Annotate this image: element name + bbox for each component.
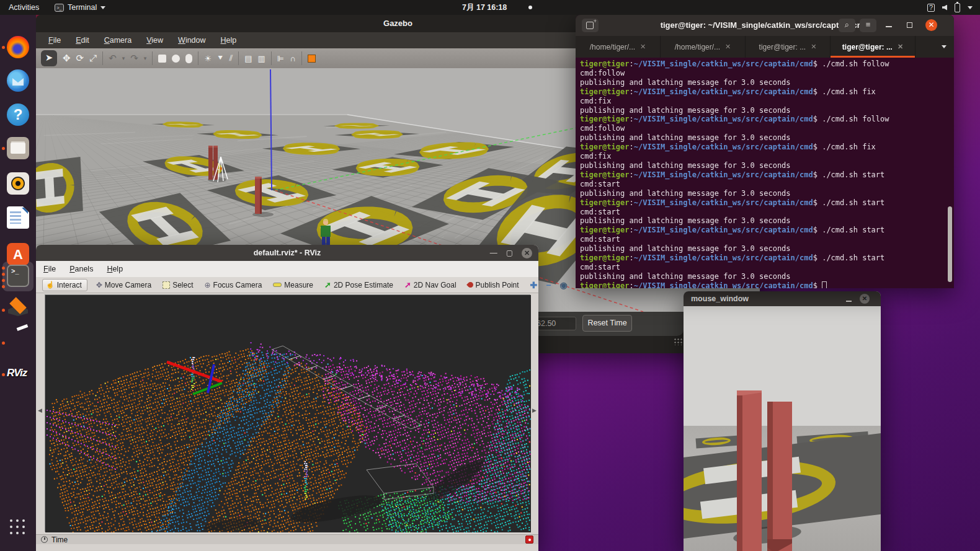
running-dot — [2, 147, 5, 150]
running-dot — [2, 285, 5, 288]
dock: ? A >_ RViz — [0, 15, 36, 551]
dock-item-rviz[interactable]: RViz — [7, 367, 29, 389]
undo-button[interactable]: ↶ — [109, 53, 117, 64]
nav-goal-tool[interactable]: ➚2D Nav Goal — [404, 280, 457, 289]
running-dot — [2, 309, 5, 312]
rviz-titlebar[interactable]: default.rviz* - RViz — [36, 245, 538, 261]
snap-tool[interactable]: ∩ — [290, 54, 295, 63]
mouse-window-titlebar[interactable]: mouse_window — [684, 291, 881, 306]
terminal-tab[interactable]: /home/tiger/...✕ — [661, 36, 746, 58]
publish-point-tool[interactable]: Publish Point — [468, 281, 519, 289]
select-tool[interactable]: ➤ — [41, 50, 57, 66]
rviz-3d-viewport[interactable] — [45, 294, 530, 532]
tab-close-icon[interactable]: ✕ — [811, 43, 816, 51]
menu-help[interactable]: Help — [107, 265, 123, 273]
resize-grip[interactable] — [674, 338, 682, 345]
select-tool[interactable]: Select — [163, 281, 193, 289]
pose-estimate-tool[interactable]: ➚2D Pose Estimate — [324, 280, 393, 289]
align-tool[interactable]: ⊫ — [277, 54, 284, 63]
measure-tool[interactable]: Measure — [273, 281, 313, 289]
menu-file[interactable]: File — [48, 36, 61, 45]
paste-button[interactable]: ▥ — [258, 54, 265, 63]
directional-light-tool[interactable]: ⫽ — [229, 53, 233, 63]
interact-tool[interactable]: ☝Interact — [42, 279, 87, 291]
remove-tool-button[interactable]: − — [546, 280, 551, 290]
dock-item-libreoffice[interactable] — [7, 206, 29, 229]
running-dot — [2, 273, 5, 276]
dock-item-terminal[interactable]: >_ — [7, 265, 29, 287]
time-panel-close[interactable] — [525, 536, 533, 544]
red-pillar — [737, 390, 762, 551]
point-light-tool[interactable]: ☀ — [204, 54, 212, 63]
search-button[interactable]: ⌕ — [839, 19, 855, 32]
dock-item-rhythmbox[interactable] — [7, 172, 29, 195]
menu-help[interactable]: Help — [221, 36, 237, 45]
focus-camera-tool[interactable]: ⊕Focus Camera — [205, 281, 262, 289]
close-button[interactable]: ✕ — [925, 19, 937, 31]
tab-close-icon[interactable]: ✕ — [725, 43, 731, 51]
add-tool-button[interactable]: ✚ — [530, 280, 538, 290]
system-tray[interactable]: ? — [927, 0, 973, 15]
terminal-titlebar[interactable]: tiger@tiger: ~/VISIM_single/catkin_ws/sr… — [576, 15, 954, 36]
sphere-tool[interactable] — [172, 55, 180, 63]
menu-panels[interactable]: Panels — [69, 265, 93, 273]
menu-window[interactable]: Window — [178, 36, 205, 45]
view-angle-tool[interactable] — [308, 55, 316, 63]
clock-icon — [41, 536, 48, 543]
cylinder-tool[interactable] — [185, 54, 192, 63]
menu-file[interactable]: File — [43, 265, 56, 273]
dock-item-files[interactable] — [7, 137, 29, 159]
copy-button[interactable]: ▤ — [244, 54, 252, 63]
menu-view[interactable]: View — [146, 36, 163, 45]
box-tool[interactable] — [158, 55, 166, 63]
dock-item-firefox[interactable] — [7, 36, 29, 58]
focused-app-menu[interactable]: >_ Terminal — [55, 0, 105, 15]
dock-item-ubuntu-software[interactable]: A — [7, 243, 29, 265]
gazebo-logo-slash — [17, 324, 29, 331]
reset-time-button[interactable]: Reset Time — [582, 315, 632, 332]
move-camera-tool[interactable]: ✥Move Camera — [96, 281, 151, 289]
terminal-tab[interactable]: /home/tiger/...✕ — [576, 36, 661, 58]
mouse-window-viewport[interactable] — [684, 306, 881, 551]
tab-close-icon[interactable]: ✕ — [640, 43, 646, 51]
collapse-right-panel[interactable]: ▶ — [532, 407, 537, 413]
scale-tool[interactable]: ⤢ — [89, 53, 97, 64]
terminal-scrollbar[interactable] — [948, 206, 952, 282]
chevron-down-icon — [100, 6, 105, 9]
terminal-tab[interactable]: tiger@tiger: ...✕ — [831, 36, 915, 58]
focused-app-label: Terminal — [68, 0, 97, 15]
terminal-output[interactable]: tiger@tiger:~/VISIM_single/catkin_ws/src… — [576, 58, 954, 288]
close-button[interactable]: ✕ — [860, 294, 870, 304]
menu-camera[interactable]: Camera — [104, 36, 131, 45]
translate-tool[interactable]: ✥ — [63, 53, 71, 64]
dock-item-thunderbird[interactable] — [7, 69, 29, 92]
tool-visibility-button[interactable]: ◉ — [560, 280, 568, 290]
activities-button[interactable]: Activities — [9, 0, 39, 15]
running-dot — [2, 267, 5, 270]
dock-item-help[interactable]: ? — [7, 104, 29, 126]
tab-close-icon[interactable]: ✕ — [898, 43, 903, 51]
redo-button[interactable]: ↷ — [130, 53, 138, 64]
terminal-icon: >_ — [55, 4, 64, 12]
collapse-left-panel[interactable]: ◀ — [38, 407, 42, 413]
mouse-window: mouse_window ✕ — [684, 291, 881, 551]
close-button[interactable]: ✕ — [522, 248, 532, 258]
clock[interactable]: 7月 17 16:18 — [462, 0, 507, 15]
rotate-tool[interactable]: ⟳ — [76, 53, 84, 64]
minimize-button[interactable]: — — [490, 249, 497, 257]
minimize-button[interactable] — [886, 26, 892, 27]
notification-dot — [528, 6, 532, 9]
terminal-tab[interactable]: tiger@tiger: ...✕ — [746, 36, 831, 58]
show-applications-button[interactable] — [10, 519, 26, 536]
top-bar: Activities >_ Terminal 7月 17 16:18 ? — [0, 0, 980, 15]
menu-button[interactable]: ≡ — [860, 19, 876, 32]
menu-edit[interactable]: Edit — [76, 36, 89, 45]
maximize-button[interactable] — [907, 22, 912, 28]
chevron-down-icon: ▾ — [122, 55, 125, 61]
time-panel: Time — [36, 534, 538, 544]
dock-item-gazebo[interactable] — [7, 298, 29, 320]
spot-light-tool[interactable]: ⯆ — [217, 53, 223, 63]
minimize-button[interactable] — [846, 301, 852, 302]
maximize-button[interactable]: ▢ — [506, 249, 513, 257]
tab-list-button[interactable] — [942, 45, 947, 48]
